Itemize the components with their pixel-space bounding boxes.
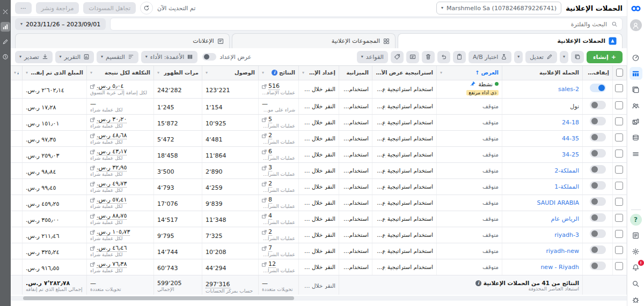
campaign-name-link[interactable]: 24-18 [506,119,579,126]
breakdown-button[interactable]: التقسيم ▾ [97,51,138,63]
campaign-toggle[interactable] [590,197,606,206]
columns-button[interactable]: الأعمدة: الأداء ▾ [141,51,197,63]
results-value[interactable]: 2 [268,228,272,236]
account-overview-icon[interactable] [630,51,642,64]
column-menu-caret-icon[interactable]: ▾ [262,70,264,75]
cost-per-result-value[interactable]: — [90,100,96,107]
column-menu-caret-icon[interactable]: ▾ [157,70,159,75]
row-checkbox[interactable] [615,214,623,222]
report-button[interactable]: التقرير ▾ [55,51,94,63]
column-header-toggle[interactable]: إيقاف/تشغيل [583,66,613,80]
cost-per-result-value[interactable]: ٥٫٠٤ ر.س. [97,83,124,90]
user-avatar[interactable] [630,19,642,31]
billing-icon[interactable] [630,131,642,144]
tab-campaigns[interactable]: الحملات الإعلانية [398,33,623,48]
cost-per-result-value[interactable]: ٤٣٫١٧ ر.س. [97,148,127,155]
results-value[interactable]: 7 [268,244,272,252]
edit-caret-button[interactable]: ▾ [514,51,523,63]
campaign-name-link[interactable]: نول [506,103,579,110]
campaign-toggle[interactable] [590,149,606,158]
close-icon[interactable] [1,7,10,17]
duplicate-button[interactable] [571,51,584,63]
campaign-name-link[interactable]: 44-35 [506,135,579,142]
refresh-button[interactable] [140,2,153,14]
totals-reach[interactable]: 297٬316 [206,281,230,288]
horizontal-scrollbar[interactable] [11,296,627,301]
campaign-name-link[interactable]: sales-2 [506,86,579,93]
column-header-attribution[interactable]: إعداد الإسناد▾ [299,66,339,80]
column-header-cost[interactable]: التكلفة لكل نتيجة▾ [87,66,154,80]
bug-report-icon[interactable] [630,293,642,306]
rules-button[interactable]: القواعد ▾ [357,51,388,63]
campaign-toggle[interactable] [590,101,606,109]
cost-per-result-value[interactable]: ٥٧٫٤١ ر.س. [97,196,127,204]
column-header-impressions[interactable]: مرات الظهور▾ [154,66,202,80]
cost-per-result-value[interactable]: ٨٨٫٧٥ ر.س. [97,212,127,220]
date-range-selector[interactable]: ▾ 2023/11/26 – 2023/09/01 [15,18,106,30]
campaign-toggle[interactable] [590,133,606,141]
campaign-toggle[interactable] [590,245,606,254]
search-input[interactable] [115,20,608,28]
results-value[interactable]: 12 [268,260,276,268]
history-clock-icon[interactable] [1,52,10,62]
column-menu-caret-icon[interactable]: ▾ [206,70,208,75]
charts-icon[interactable] [1,22,10,32]
view-setup-toggle[interactable]: عرض الإعداد [200,53,253,61]
campaign-toggle[interactable] [590,262,606,270]
results-value[interactable]: 3 [268,164,272,171]
column-menu-caret-icon[interactable]: ▾ [90,70,92,75]
tag-button[interactable] [391,51,404,63]
column-header-name[interactable]: الحملة الإعلانية [502,66,583,80]
column-header-check[interactable] [613,66,627,80]
cost-per-result-value[interactable]: ٤٩٫٧٣ ر.س. [97,180,127,188]
info-icon[interactable]: i [272,70,277,76]
results-value[interactable]: 2 [268,180,272,188]
results-value[interactable]: 516 [268,83,280,90]
campaign-toggle[interactable] [590,213,606,222]
campaign-name-link[interactable]: SAUDI ARABIA [506,199,579,206]
column-header-budget[interactable]: الميزانية [339,66,372,80]
row-checkbox[interactable] [615,150,623,158]
edit-button[interactable]: تعديل [525,51,557,63]
all-tools-menu-icon[interactable] [630,147,642,160]
tab-ad-sets[interactable]: المجموعات الإعلانية [232,33,396,48]
create-button[interactable]: + إنشاء [587,51,623,63]
select-all-checkbox[interactable] [616,69,623,77]
column-menu-caret-icon[interactable]: ▾ [26,70,28,75]
campaign-name-link[interactable]: new - Riyadh [506,264,579,271]
column-menu-caret-icon[interactable]: ▾ [440,70,442,75]
column-header-delivery[interactable]: العرض↑▾ [437,66,502,80]
row-checkbox[interactable] [615,246,623,254]
column-header-results[interactable]: النتائجi▾ [259,66,299,80]
row-checkbox[interactable] [615,133,623,141]
cost-per-result-value[interactable]: ٣٢٫٩٥ ر.س. [97,164,127,171]
row-checkbox[interactable] [615,84,623,92]
cost-per-result-value[interactable]: ٣٠٫٢٠ ر.س. [97,116,127,123]
results-value[interactable]: — [262,100,268,107]
row-checkbox[interactable] [615,101,623,109]
notes-report-icon[interactable] [630,229,642,242]
campaigns-nav-icon[interactable] [630,67,642,80]
undo-button[interactable] [437,51,450,63]
campaign-toggle[interactable] [590,84,606,92]
scrollbar-thumb[interactable] [23,296,294,300]
campaign-toggle[interactable] [590,117,606,125]
campaign-name-link[interactable]: riyadh-new [506,248,579,255]
campaign-toggle[interactable] [590,181,606,190]
campaign-name-link[interactable]: المملكة-1 [506,183,579,190]
column-header-bid[interactable]: استراتيجية عرض الأسعار [372,66,437,80]
results-value[interactable]: 2 [268,132,272,139]
info-icon[interactable]: i [475,280,481,286]
row-checkbox[interactable] [615,262,623,270]
row-checkbox[interactable] [615,166,623,174]
campaign-toggle[interactable] [590,165,606,174]
row-checkbox[interactable] [615,230,623,238]
cost-per-result-value[interactable]: ٤٨٫٦٨ ر.س. [97,132,127,139]
account-selector[interactable]: Marshmello Sa (1078246879226741) ▾ [436,2,561,14]
results-value[interactable]: 5 [268,116,272,123]
duplicate-caret-button[interactable]: ▾ [560,51,568,63]
tab-ads[interactable]: الإعلانات [15,33,230,48]
row-checkbox[interactable] [615,117,623,125]
view-setup-switch[interactable] [202,53,216,61]
cost-per-result-value[interactable]: ١٠٥٫٧٣ ر.س. [97,228,130,236]
